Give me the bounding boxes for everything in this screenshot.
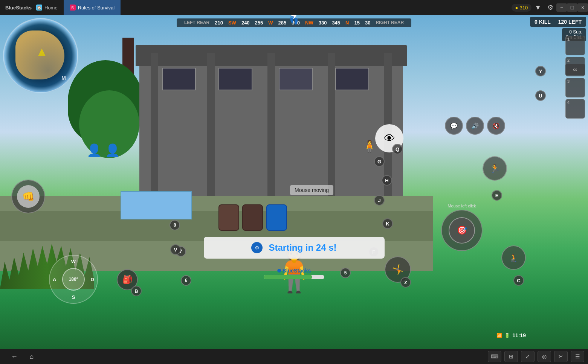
- keyboard-button[interactable]: ⌨: [488, 351, 501, 362]
- key-y-badge[interactable]: Y: [535, 66, 546, 76]
- resize-button[interactable]: ⤢: [521, 351, 535, 362]
- key-u-badge[interactable]: U: [535, 90, 546, 101]
- banner-icon: ⚙: [251, 242, 263, 253]
- footprint-icon: 👣: [289, 16, 299, 25]
- starting-banner: ⚙ Starting in 24 s!: [204, 237, 385, 259]
- num-badge-5[interactable]: 5: [340, 268, 351, 278]
- key-c-badge[interactable]: C: [513, 275, 524, 286]
- mute-button[interactable]: 🔇: [487, 117, 505, 135]
- punch-button[interactable]: 👊: [11, 180, 45, 213]
- ammo-slot: ∞: [565, 64, 585, 75]
- menu-button[interactable]: ☰: [571, 351, 584, 362]
- soldier-right: 🧍: [362, 139, 377, 154]
- movement-joystick[interactable]: W A S D 180°: [49, 255, 98, 304]
- scissors-button[interactable]: ✂: [554, 351, 568, 362]
- key-z-badge[interactable]: Z: [400, 277, 411, 288]
- close-button[interactable]: ×: [577, 3, 588, 12]
- volume-button[interactable]: 🔊: [466, 117, 484, 135]
- minimap-label-m: M: [61, 75, 66, 81]
- coin-display: ● 310: [512, 4, 532, 12]
- weapon-slot-1[interactable]: 1: [565, 36, 585, 55]
- joystick-center: 180°: [62, 268, 85, 291]
- sys-status-ingame: 📶 🔋 11:19: [496, 332, 526, 338]
- barrels: [218, 204, 287, 232]
- key-v-badge[interactable]: V: [170, 244, 181, 255]
- mouse-left-click-label: Mouse left click: [447, 204, 476, 208]
- home-button[interactable]: ⌂: [25, 351, 38, 362]
- chat-voice-area: 💬 🔊 🔇: [445, 117, 505, 135]
- key-g-badge[interactable]: G: [374, 156, 385, 167]
- ground-darker: [0, 211, 433, 241]
- titlebar: BlueStacks 🏠 Home R Rules of Survival ● …: [0, 0, 588, 15]
- ground-box: [121, 191, 192, 219]
- taskbar-tools: ⌨ ⊞ ⤢ ◎ ✂ ☰: [488, 351, 588, 362]
- key-e-badge[interactable]: E: [492, 190, 502, 201]
- num-badge-6[interactable]: 6: [181, 275, 191, 286]
- key-k-badge[interactable]: K: [382, 218, 393, 229]
- weapon-slot-4[interactable]: 4: [565, 99, 585, 119]
- shoot-button[interactable]: 🎯 Mouse left click: [441, 210, 483, 251]
- wifi-icon: 📶: [496, 333, 502, 338]
- tab-rules-of-survival[interactable]: R Rules of Survival: [64, 0, 121, 15]
- bluestacks-logo: BlueStacks: [0, 3, 30, 12]
- back-button[interactable]: ←: [8, 351, 21, 362]
- dir-w: W: [71, 259, 76, 264]
- watermark-dot: [277, 269, 281, 273]
- mouse-moving-tooltip: Mouse moving: [290, 185, 333, 195]
- tab-home[interactable]: 🏠 Home: [30, 0, 64, 15]
- weapon-slot-3[interactable]: 3: [565, 78, 585, 97]
- crouch-button[interactable]: 🧎: [501, 245, 526, 270]
- minimap[interactable]: M: [3, 18, 78, 93]
- key-b-badge[interactable]: B: [131, 286, 142, 296]
- dir-d: D: [91, 277, 94, 282]
- taskbar: ← ⌂ ⌨ ⊞ ⤢ ◎ ✂ ☰: [0, 349, 588, 364]
- bluestacks-title: BlueStacks: [5, 5, 32, 11]
- clock-ingame: 11:19: [512, 332, 526, 338]
- key-h-badge[interactable]: H: [382, 175, 392, 186]
- pin-button[interactable]: ◎: [538, 351, 551, 362]
- dir-s: S: [72, 294, 75, 300]
- notification-icon[interactable]: ▼: [531, 4, 544, 12]
- battery-icon: 🔋: [504, 333, 510, 338]
- num-badge-8[interactable]: 8: [170, 220, 180, 230]
- kill-info: 0 KILL 120 LEFT: [530, 17, 586, 27]
- maximize-button[interactable]: □: [567, 3, 577, 12]
- taskbar-nav: ← ⌂: [0, 351, 38, 362]
- key-q-badge[interactable]: Q: [392, 144, 403, 154]
- weapon-slots: 1 2 3 4: [565, 36, 585, 119]
- bag-area: 🎒 B: [117, 269, 138, 301]
- bluestacks-watermark: BlueStacks: [277, 268, 311, 274]
- gamepad-button[interactable]: ⊞: [504, 351, 518, 362]
- chat-button[interactable]: 💬: [445, 117, 463, 135]
- minimize-button[interactable]: −: [556, 3, 567, 12]
- run-button[interactable]: 🏃: [483, 156, 507, 181]
- banner-text: Starting in 24 s!: [269, 242, 336, 253]
- building: [139, 45, 403, 215]
- settings-icon[interactable]: ⚙: [544, 3, 556, 12]
- dir-a: A: [53, 277, 56, 282]
- game-area[interactable]: 👤 👤 🧍 🧍 LEFT REAR 210 SW 240 255 W 285 3…: [0, 15, 588, 349]
- prone-area: 🤸 Z: [385, 256, 411, 293]
- key-j-badge[interactable]: J: [374, 195, 385, 206]
- soldiers-left: 👤 👤: [87, 143, 120, 157]
